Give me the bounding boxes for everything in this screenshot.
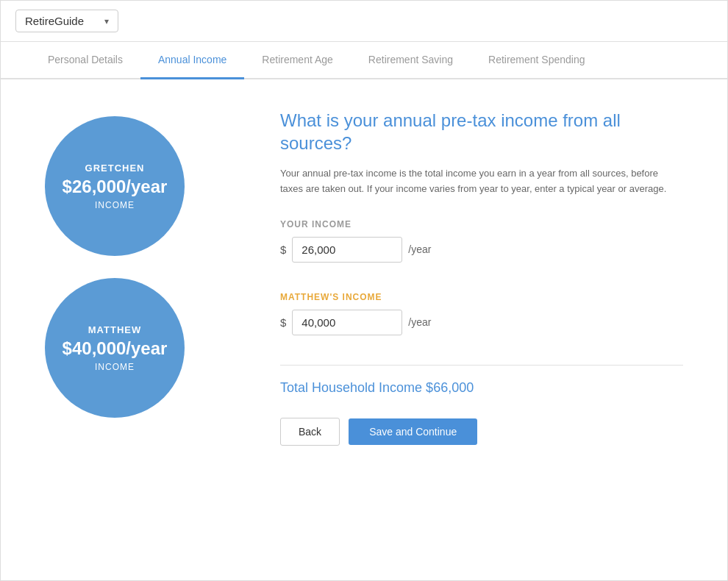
tab-retirement-saving[interactable]: Retirement Saving — [351, 42, 471, 79]
form-column: What is your annual pre-tax income from … — [236, 109, 683, 551]
person2-amount: $40,000/year — [63, 338, 168, 359]
matthew-income-label: MATTHEW'S INCOME — [280, 292, 683, 302]
brand-dropdown[interactable]: RetireGuide ▾ — [15, 10, 118, 32]
person2-name: MATTHEW — [88, 324, 141, 335]
matthew-income-section: MATTHEW'S INCOME $ /year — [280, 292, 683, 335]
nav-tabs: Personal Details Annual Income Retiremen… — [1, 42, 727, 79]
your-income-suffix: /year — [408, 243, 431, 255]
matthew-income-currency: $ — [280, 316, 286, 329]
person1-amount: $26,000/year — [63, 177, 168, 197]
question-description: Your annual pre-tax income is the total … — [280, 166, 683, 197]
your-income-input-group: $ /year — [280, 237, 683, 263]
person2-circle: MATTHEW $40,000/year INCOME — [45, 278, 185, 418]
tab-annual-income[interactable]: Annual Income — [140, 42, 244, 79]
your-income-currency: $ — [280, 243, 286, 256]
brand-label: RetireGuide — [25, 15, 84, 27]
matthew-income-suffix: /year — [408, 316, 431, 328]
matthew-income-input-group: $ /year — [280, 310, 683, 335]
tab-personal-details[interactable]: Personal Details — [30, 42, 140, 79]
question-title: What is your annual pre-tax income from … — [280, 109, 683, 154]
section-divider — [280, 365, 683, 366]
person1-circle: GRETCHEN $26,000/year INCOME — [45, 116, 185, 256]
tab-retirement-age[interactable]: Retirement Age — [244, 42, 351, 79]
total-income: Total Household Income $66,000 — [280, 380, 683, 396]
header: RetireGuide ▾ — [1, 1, 727, 42]
main-content: GRETCHEN $26,000/year INCOME MATTHEW $40… — [1, 79, 727, 580]
app-container: RetireGuide ▾ Personal Details Annual In… — [0, 0, 728, 581]
button-row: Back Save and Continue — [280, 418, 683, 446]
person1-label: INCOME — [95, 200, 135, 210]
back-button[interactable]: Back — [280, 418, 340, 446]
tab-retirement-spending[interactable]: Retirement Spending — [471, 42, 603, 79]
your-income-label: YOUR INCOME — [280, 219, 683, 229]
save-and-continue-button[interactable]: Save and Continue — [349, 418, 477, 445]
matthew-income-input[interactable] — [292, 310, 402, 335]
your-income-input[interactable] — [292, 237, 402, 263]
dropdown-arrow-icon: ▾ — [104, 16, 109, 26]
person1-name: GRETCHEN — [85, 163, 145, 174]
your-income-section: YOUR INCOME $ /year — [280, 219, 683, 263]
circles-column: GRETCHEN $26,000/year INCOME MATTHEW $40… — [45, 109, 236, 551]
person2-label: INCOME — [95, 362, 135, 372]
